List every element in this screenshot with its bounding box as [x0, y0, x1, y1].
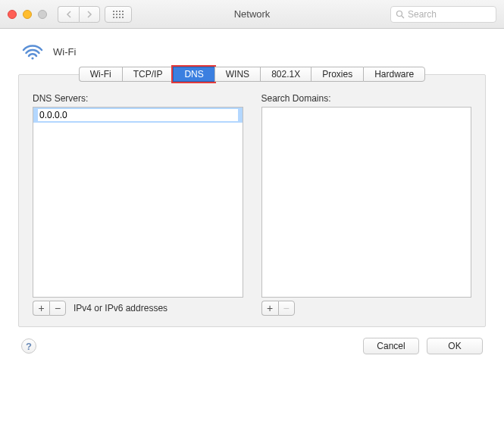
dns-hint: IPv4 or IPv6 addresses: [74, 303, 167, 313]
remove-search-domain-button: −: [278, 301, 295, 316]
tabs: Wi-Fi TCP/IP DNS WINS 802.1X Proxies Har…: [79, 67, 425, 82]
close-window-button[interactable]: [8, 10, 17, 19]
show-all-button[interactable]: [105, 6, 132, 23]
tab-tcpip[interactable]: TCP/IP: [122, 67, 174, 82]
tab-dns[interactable]: DNS: [173, 67, 214, 82]
traffic-lights: [8, 10, 47, 19]
search-domains-list[interactable]: [261, 107, 472, 298]
chevron-right-icon: [86, 11, 92, 18]
tab-8021x[interactable]: 802.1X: [260, 67, 311, 82]
tab-hardware[interactable]: Hardware: [363, 67, 425, 82]
svg-line-1: [402, 16, 404, 18]
help-button[interactable]: ?: [21, 338, 36, 354]
dns-servers-list[interactable]: [33, 107, 243, 298]
dns-servers-column: DNS Servers: + − IPv4 or IPv6 addresses: [33, 93, 243, 316]
search-domains-controls: + −: [261, 301, 472, 316]
search-domains-label: Search Domains:: [261, 93, 472, 104]
wifi-icon: [21, 42, 44, 61]
cancel-button[interactable]: Cancel: [363, 338, 419, 354]
add-dns-button[interactable]: +: [33, 301, 49, 316]
back-button[interactable]: [58, 6, 79, 23]
tabs-row: Wi-Fi TCP/IP DNS WINS 802.1X Proxies Har…: [18, 67, 486, 82]
content: Wi-Fi Wi-Fi TCP/IP DNS WINS 802.1X Proxi…: [0, 29, 504, 363]
search-icon: [396, 10, 405, 19]
list-item[interactable]: [33, 108, 243, 123]
footer: ? Cancel OK: [18, 338, 486, 354]
remove-dns-button[interactable]: −: [49, 301, 66, 316]
dns-entry-input[interactable]: [38, 109, 238, 121]
chevron-left-icon: [66, 11, 72, 18]
connection-header: Wi-Fi: [21, 42, 486, 61]
window-title: Network: [234, 8, 271, 20]
connection-name: Wi-Fi: [53, 46, 76, 58]
tab-wifi[interactable]: Wi-Fi: [79, 67, 122, 82]
search-input[interactable]: Search: [390, 6, 496, 23]
tab-wins[interactable]: WINS: [214, 67, 260, 82]
search-placeholder: Search: [408, 9, 437, 20]
dns-list-controls: + − IPv4 or IPv6 addresses: [33, 301, 243, 316]
add-search-domain-button[interactable]: +: [261, 301, 278, 316]
svg-point-2: [31, 57, 33, 59]
forward-button[interactable]: [79, 6, 100, 23]
search-domains-column: Search Domains: + −: [261, 93, 472, 316]
tab-proxies[interactable]: Proxies: [311, 67, 363, 82]
titlebar: Network Search: [0, 0, 504, 29]
nav-buttons: [58, 6, 100, 23]
dns-servers-label: DNS Servers:: [33, 93, 243, 104]
grid-icon: [113, 11, 124, 18]
ok-button[interactable]: OK: [427, 338, 483, 354]
zoom-window-button: [38, 10, 47, 19]
panel: DNS Servers: + − IPv4 or IPv6 addresses …: [18, 74, 486, 327]
svg-point-0: [397, 11, 402, 16]
minimize-window-button[interactable]: [23, 10, 32, 19]
